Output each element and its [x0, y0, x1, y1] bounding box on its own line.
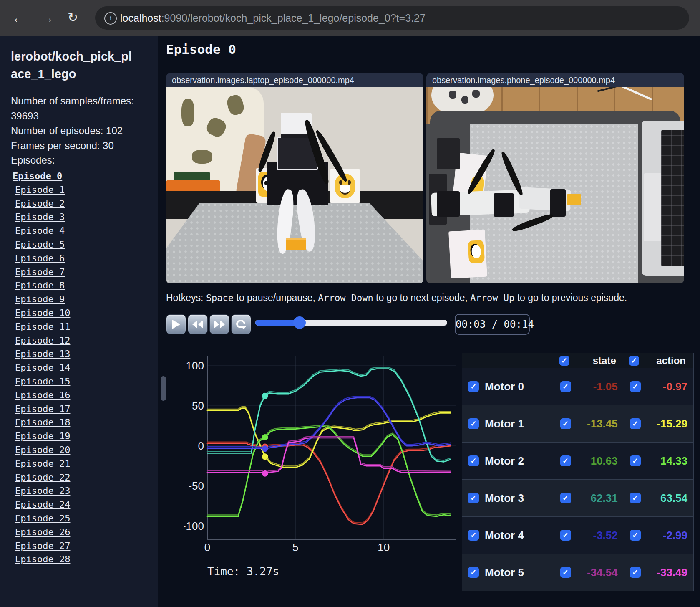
robot-joint: [494, 193, 514, 217]
checkbox[interactable]: ✓: [468, 455, 479, 466]
episode-link[interactable]: Episode 20: [13, 443, 150, 457]
hf-mouth: [340, 185, 350, 195]
address-bar[interactable]: i localhost:9090/lerobot/koch_pick_place…: [95, 6, 689, 30]
episode-link[interactable]: Episode 25: [13, 512, 150, 526]
episodes-label: Episodes:: [11, 153, 140, 168]
page-title: Episode 0: [166, 42, 236, 57]
motor-label: Motor 4: [485, 529, 524, 542]
episode-link[interactable]: Episode 9: [13, 293, 150, 306]
episode-link[interactable]: Episode 1: [13, 183, 150, 197]
episode-link[interactable]: Episode 28: [13, 553, 150, 567]
episode-link[interactable]: Episode 15: [13, 375, 150, 389]
episode-link[interactable]: Episode 13: [13, 347, 150, 361]
checkbox[interactable]: ✓: [468, 493, 479, 503]
episode-link[interactable]: Episode 21: [13, 457, 150, 471]
motor-action-value: 63.54: [647, 492, 687, 505]
slider-thumb[interactable]: [293, 316, 306, 329]
column-header-action: action: [643, 355, 688, 367]
motor-row: ✓Motor 0✓-1.05✓-0.97: [462, 368, 694, 405]
motor-action-value: -2.99: [647, 529, 687, 542]
video-laptop-title: observation.images.laptop_episode_000000…: [166, 73, 423, 87]
checkbox[interactable]: ✓: [630, 418, 641, 429]
motor-action-value: -0.97: [647, 380, 687, 393]
video-phone-frame: [426, 87, 684, 283]
checkbox[interactable]: ✓: [560, 455, 571, 466]
site-info-icon[interactable]: i: [104, 12, 117, 25]
url-path: :9090/lerobot/koch_pick_place_1_lego/epi…: [161, 12, 426, 24]
checkbox[interactable]: ✓: [630, 530, 641, 541]
reload-icon[interactable]: ↻: [68, 9, 78, 26]
scrollbar-thumb[interactable]: [161, 376, 166, 401]
yellow-lego-block: [567, 194, 581, 205]
motor-state-value: -13.45: [577, 417, 618, 430]
episode-link[interactable]: Episode 3: [13, 210, 150, 224]
episode-link[interactable]: Episode 0: [13, 169, 150, 183]
checkbox[interactable]: ✓: [560, 418, 571, 429]
checkbox[interactable]: ✓: [468, 418, 479, 429]
controller-board: [437, 138, 460, 169]
video-phone[interactable]: observation.images.phone_episode_000000.…: [426, 73, 684, 283]
fast-forward-button[interactable]: [209, 314, 229, 334]
episode-link[interactable]: Episode 6: [13, 252, 150, 266]
episode-link[interactable]: Episode 12: [13, 334, 150, 348]
episode-link[interactable]: Episode 5: [13, 238, 150, 252]
checkbox[interactable]: ✓: [468, 381, 479, 392]
episode-link[interactable]: Episode 10: [13, 306, 150, 320]
checkbox[interactable]: ✓: [468, 530, 479, 541]
video-laptop[interactable]: observation.images.laptop_episode_000000…: [166, 73, 423, 283]
motor-chart[interactable]: 100500-50-1000510: [184, 353, 463, 561]
episode-link[interactable]: Episode 26: [13, 526, 150, 539]
orange-lego-block: [286, 238, 306, 250]
checkbox[interactable]: ✓: [630, 567, 641, 578]
video-laptop-frame: [166, 87, 423, 283]
back-icon[interactable]: ←: [12, 9, 26, 26]
episode-link[interactable]: Episode 11: [13, 320, 150, 334]
panda-sticker: [468, 240, 485, 263]
rewind-button[interactable]: [188, 314, 208, 334]
video-progress-slider[interactable]: [255, 320, 447, 326]
episode-link[interactable]: Episode 18: [13, 416, 150, 430]
time-display: 00:03 / 00:14: [455, 314, 530, 335]
loop-button[interactable]: [231, 314, 251, 334]
checkbox[interactable]: ✓: [559, 356, 569, 366]
episode-link[interactable]: Episode 27: [13, 539, 150, 553]
shirt-motif: [181, 99, 194, 126]
episode-link[interactable]: Episode 22: [13, 471, 150, 485]
checkbox[interactable]: ✓: [560, 493, 571, 503]
svg-text:0: 0: [204, 541, 210, 554]
episode-link[interactable]: Episode 16: [13, 389, 150, 402]
episode-link[interactable]: Episode 2: [13, 197, 150, 211]
checkbox[interactable]: ✓: [629, 356, 639, 366]
motor-state-value: -3.52: [577, 529, 618, 542]
checkbox[interactable]: ✓: [630, 493, 641, 503]
slider-fill: [255, 320, 300, 326]
forward-icon[interactable]: →: [40, 9, 54, 26]
episode-link[interactable]: Episode 17: [13, 402, 150, 416]
episode-list: Episode 0Episode 1Episode 2Episode 3Epis…: [13, 169, 150, 567]
url-text[interactable]: localhost:9090/lerobot/koch_pick_place_1…: [120, 12, 426, 24]
browser-toolbar: ← → ↻ i localhost:9090/lerobot/koch_pick…: [0, 0, 700, 36]
motor-action-value: -15.29: [647, 417, 687, 430]
panda-box-top: [448, 230, 487, 278]
checkbox[interactable]: ✓: [468, 567, 479, 578]
episode-link[interactable]: Episode 7: [13, 266, 150, 279]
checkbox[interactable]: ✓: [560, 567, 571, 578]
motor-label: Motor 0: [485, 380, 524, 393]
episode-link[interactable]: Episode 4: [13, 224, 150, 238]
motor-row: ✓Motor 5✓-34.54✓-33.49: [462, 554, 694, 591]
checkbox[interactable]: ✓: [560, 530, 571, 541]
checkbox[interactable]: ✓: [630, 455, 641, 466]
checkbox[interactable]: ✓: [630, 381, 641, 392]
svg-text:50: 50: [192, 400, 204, 412]
episode-link[interactable]: Episode 14: [13, 361, 150, 375]
base-dot: [449, 91, 456, 99]
episode-link[interactable]: Episode 23: [13, 484, 150, 498]
checkbox[interactable]: ✓: [560, 381, 571, 392]
laptop-keyboard: [661, 130, 684, 266]
episode-link[interactable]: Episode 24: [13, 498, 150, 512]
hotkey-text: to pause/unpause,: [234, 292, 318, 303]
episode-link[interactable]: Episode 8: [13, 279, 150, 293]
motor-state-value: -1.05: [577, 380, 618, 393]
episode-link[interactable]: Episode 19: [13, 430, 150, 443]
play-button[interactable]: [166, 314, 186, 334]
